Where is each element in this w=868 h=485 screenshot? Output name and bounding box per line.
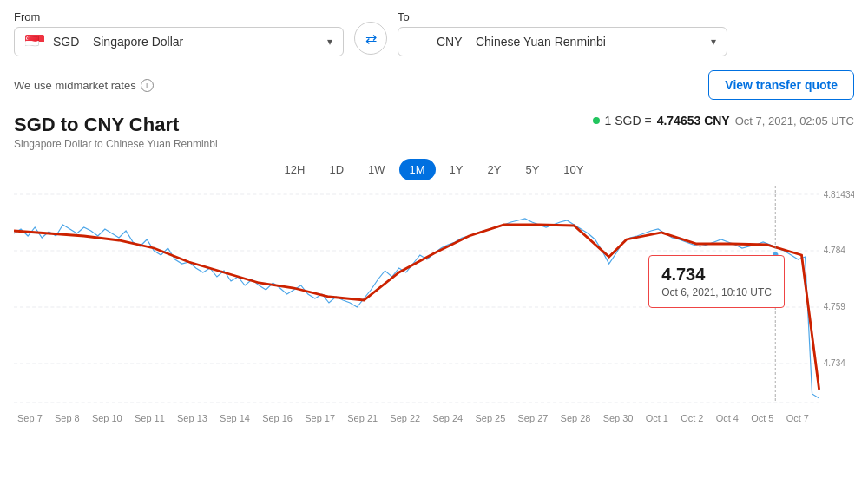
tf-1m[interactable]: 1M [399, 159, 436, 180]
to-label: To [398, 10, 727, 23]
x-label: Sep 27 [518, 413, 549, 423]
chart-container: 4.81434 4.784 4.759 4.734 4.734 Oct 6, 2… [14, 186, 854, 423]
x-label: Sep 24 [432, 413, 463, 423]
swap-button[interactable]: ⇄ [354, 22, 387, 55]
x-label: Oct 2 [681, 413, 703, 423]
x-label: Sep 21 [347, 413, 378, 423]
swap-icon: ⇄ [365, 30, 377, 47]
x-label: Sep 30 [603, 413, 634, 423]
midmarket-info: We use midmarket rates i [14, 79, 154, 92]
info-icon[interactable]: i [141, 79, 154, 92]
to-chevron-icon: ▾ [711, 36, 716, 48]
view-quote-button[interactable]: View transfer quote [708, 70, 854, 100]
to-currency-text: CNY – Chinese Yuan Renminbi [437, 35, 702, 49]
from-flag-icon: 🇸🇬 [25, 35, 44, 49]
x-label: Sep 22 [390, 413, 420, 423]
rate-prefix: 1 SGD = [605, 114, 652, 128]
tf-1w[interactable]: 1W [358, 159, 396, 180]
current-rate: 1 SGD = 4.74653 CNY Oct 7, 2021, 02:05 U… [593, 114, 854, 128]
x-label: Sep 7 [17, 413, 43, 423]
x-label: Sep 16 [262, 413, 293, 423]
from-label: From [14, 10, 344, 23]
tf-1y[interactable]: 1Y [439, 159, 474, 180]
x-label: Oct 5 [751, 413, 773, 423]
svg-text:4.759: 4.759 [824, 302, 846, 311]
to-flag-icon: 🇨🇳 [409, 35, 428, 49]
x-label: Sep 14 [220, 413, 250, 423]
rate-value: 4.74653 CNY [657, 114, 730, 128]
chart-svg-area: 4.81434 4.784 4.759 4.734 4.734 Oct 6, 2… [14, 186, 854, 411]
tf-5y[interactable]: 5Y [515, 159, 549, 180]
timeframe-selector: 12H 1D 1W 1M 1Y 2Y 5Y 10Y [14, 159, 854, 180]
x-label: Sep 17 [305, 413, 335, 423]
tf-12h[interactable]: 12H [274, 159, 316, 180]
rate-indicator-dot [593, 117, 600, 124]
x-label: Sep 25 [475, 413, 505, 423]
x-label: Oct 4 [716, 413, 739, 423]
x-label: Oct 7 [786, 413, 809, 423]
x-label: Sep 28 [561, 413, 591, 423]
tf-2y[interactable]: 2Y [477, 159, 512, 180]
rate-date: Oct 7, 2021, 02:05 UTC [735, 115, 854, 128]
svg-text:4.81434: 4.81434 [824, 190, 854, 200]
x-axis-labels: Sep 7 Sep 8 Sep 10 Sep 11 Sep 13 Sep 14 … [14, 411, 812, 423]
x-label: Sep 8 [55, 413, 80, 423]
x-label: Sep 13 [177, 413, 207, 423]
from-chevron-icon: ▾ [327, 36, 332, 48]
svg-point-10 [772, 252, 779, 259]
from-currency-selector[interactable]: 🇸🇬 SGD – Singapore Dollar ▾ [14, 27, 344, 56]
x-label: Sep 11 [135, 413, 165, 423]
svg-text:4.784: 4.784 [824, 246, 846, 255]
tf-10y[interactable]: 10Y [553, 159, 594, 180]
x-label: Oct 1 [646, 413, 668, 423]
svg-text:4.734: 4.734 [824, 358, 846, 368]
chart-subtitle: Singapore Dollar to Chinese Yuan Renminb… [14, 138, 218, 150]
chart-title: SGD to CNY Chart [14, 114, 218, 136]
from-currency-text: SGD – Singapore Dollar [53, 35, 319, 49]
tf-1d[interactable]: 1D [319, 159, 354, 180]
to-currency-selector[interactable]: 🇨🇳 CNY – Chinese Yuan Renminbi ▾ [398, 27, 727, 56]
x-label: Sep 10 [92, 413, 122, 423]
